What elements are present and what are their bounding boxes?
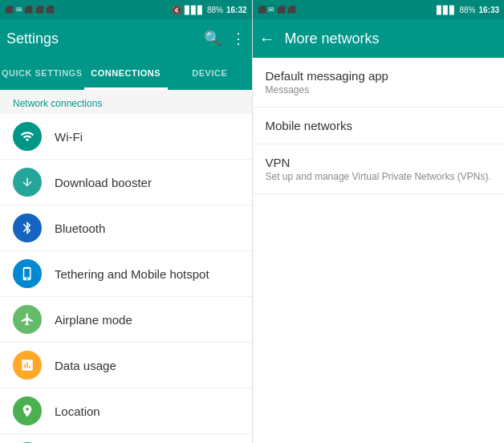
battery-level: 88% [207, 6, 223, 14]
right-status-icons: ⬛ ✉ ⬛ ⬛ [258, 6, 297, 14]
mute-icon: 🔇 [172, 6, 181, 14]
tab-connections[interactable]: CONNECTIONS [84, 58, 169, 90]
right-status-right: ▊▊▊ 88% 16:33 [437, 6, 499, 14]
right-battery: 88% [459, 6, 475, 14]
default-messaging-item[interactable]: Default messaging app Messages [253, 58, 505, 108]
more-networks-list: Default messaging app Messages Mobile ne… [253, 58, 505, 443]
right-notification-icons: ⬛ ✉ ⬛ ⬛ [258, 6, 297, 14]
download-booster-label: Download booster [55, 176, 152, 189]
right-signal: ▊▊▊ [437, 6, 456, 14]
tab-quick-settings[interactable]: QUICK SETTINGS [0, 58, 84, 90]
mobile-networks-title: Mobile networks [266, 119, 492, 132]
vpn-subtitle: Set up and manage Virtual Private Networ… [266, 171, 492, 182]
airplane-label: Airplane mode [55, 313, 132, 327]
right-time: 16:33 [478, 6, 499, 14]
more-networks-toolbar: ← More networks [253, 19, 505, 58]
default-messaging-title: Default messaging app [266, 69, 492, 83]
data-usage-item[interactable]: Data usage [0, 343, 252, 388]
data-usage-label: Data usage [55, 359, 116, 372]
tethering-label: Tethering and Mobile hotspot [55, 267, 209, 281]
settings-title: Settings [6, 30, 204, 47]
bluetooth-item[interactable]: Bluetooth [0, 205, 252, 251]
location-icon [13, 396, 42, 425]
location-item[interactable]: Location [0, 388, 252, 434]
signal-strength: ▊▊▊ [185, 6, 204, 14]
tethering-icon [13, 259, 42, 288]
vpn-title: VPN [266, 156, 492, 169]
download-booster-item[interactable]: Download booster [0, 160, 252, 205]
search-icon[interactable]: 🔍 [204, 30, 222, 47]
more-networks-item[interactable]: More networks [0, 434, 252, 443]
more-networks-title: More networks [285, 30, 380, 47]
toolbar-actions: 🔍 ⋮ [204, 30, 246, 47]
download-booster-icon [13, 168, 42, 197]
right-status-bar: ⬛ ✉ ⬛ ⬛ ▊▊▊ 88% 16:33 [253, 0, 505, 19]
vpn-item[interactable]: VPN Set up and manage Virtual Private Ne… [253, 144, 505, 194]
tethering-item[interactable]: Tethering and Mobile hotspot [0, 251, 252, 297]
left-status-bar: ⬛ ✉ ⬛ ⬛ ⬛ 🔇 ▊▊▊ 88% 16:32 [0, 0, 252, 19]
data-usage-icon [13, 351, 42, 380]
default-messaging-subtitle: Messages [266, 84, 492, 96]
wifi-item[interactable]: Wi-Fi [0, 114, 252, 160]
mobile-networks-item[interactable]: Mobile networks [253, 108, 505, 144]
bluetooth-label: Bluetooth [55, 222, 105, 235]
tab-bar: QUICK SETTINGS CONNECTIONS DEVICE [0, 58, 252, 90]
back-button[interactable]: ← [259, 30, 275, 48]
bluetooth-icon [13, 213, 42, 242]
location-label: Location [55, 404, 100, 418]
wifi-label: Wi-Fi [55, 130, 83, 144]
airplane-icon [13, 305, 42, 334]
tab-device[interactable]: DEVICE [168, 58, 252, 90]
more-options-icon[interactable]: ⋮ [231, 30, 246, 47]
settings-list: Wi-Fi Download booster Bluetooth Tetheri… [0, 114, 252, 443]
left-panel: ⬛ ✉ ⬛ ⬛ ⬛ 🔇 ▊▊▊ 88% 16:32 Settings 🔍 ⋮ Q… [0, 0, 253, 443]
wifi-icon [13, 122, 42, 151]
airplane-item[interactable]: Airplane mode [0, 297, 252, 343]
left-toolbar: Settings 🔍 ⋮ [0, 19, 252, 58]
right-panel: ⬛ ✉ ⬛ ⬛ ▊▊▊ 88% 16:33 ← More networks De… [253, 0, 505, 443]
network-connections-header: Network connections [0, 90, 252, 114]
notification-icons: ⬛ ✉ ⬛ ⬛ ⬛ [5, 6, 55, 14]
left-status-icons: ⬛ ✉ ⬛ ⬛ ⬛ [5, 6, 55, 14]
time-display: 16:32 [226, 6, 247, 14]
left-status-right: 🔇 ▊▊▊ 88% 16:32 [172, 6, 247, 14]
